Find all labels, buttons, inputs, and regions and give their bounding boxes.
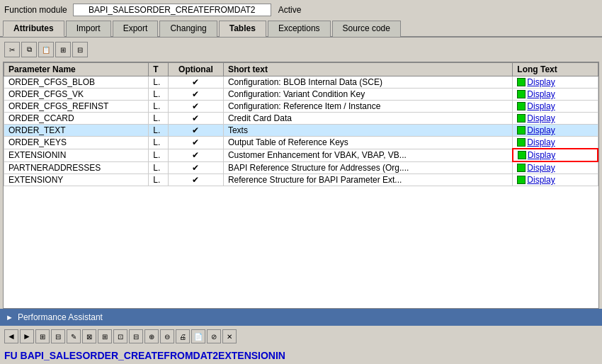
param-longtext[interactable]: Display xyxy=(513,174,598,186)
display-btn[interactable]: Display xyxy=(517,137,593,147)
checkmark: ✔ xyxy=(192,101,199,111)
tab-export[interactable]: Export xyxy=(113,21,159,37)
btn-4[interactable]: ⊟ xyxy=(51,329,65,343)
param-type: L. xyxy=(149,149,169,161)
param-name: ORDER_CFGS_REFINST xyxy=(4,101,149,113)
green-square-icon xyxy=(517,126,526,135)
param-optional: ✔ xyxy=(168,125,223,137)
param-shorttext: Configuration: Reference Item / Instance xyxy=(223,101,512,113)
toolbar-action2[interactable]: ⊟ xyxy=(72,42,88,57)
param-longtext[interactable]: Display xyxy=(513,76,598,89)
table-row: ORDER_CFGS_VKL.✔Configuration: Variant C… xyxy=(4,89,598,101)
nav-back[interactable]: ◄ xyxy=(4,329,18,343)
checkmark: ✔ xyxy=(192,137,199,147)
checkmark: ✔ xyxy=(192,77,199,87)
param-name: ORDER_CFGS_VK xyxy=(4,89,149,101)
tab-attributes[interactable]: Attributes xyxy=(3,21,64,37)
btn-6[interactable]: ⊠ xyxy=(82,329,96,343)
btn-14[interactable]: ⊘ xyxy=(207,329,221,343)
table-row: ORDER_CFGS_BLOBL.✔Configuration: BLOB In… xyxy=(4,76,598,89)
green-square-icon xyxy=(517,90,526,98)
tabs-row: Attributes Import Export Changing Tables… xyxy=(0,20,602,38)
display-btn[interactable]: Display xyxy=(517,113,593,123)
bottom-toolbar: ◄ ► ⊞ ⊟ ✎ ⊠ ⊞ ⊡ ⊟ ⊕ ⊖ 🖨 📄 ⊘ ✕ xyxy=(0,326,602,347)
tab-changing[interactable]: Changing xyxy=(159,21,217,37)
display-link[interactable]: Display xyxy=(527,101,555,111)
display-link[interactable]: Display xyxy=(527,113,555,123)
param-longtext[interactable]: Display xyxy=(513,101,598,113)
param-shorttext: Customer Enhancement for VBAK, VBAP, VB.… xyxy=(223,149,512,161)
display-btn[interactable]: Display xyxy=(517,175,593,185)
btn-8[interactable]: ⊡ xyxy=(113,329,127,343)
display-link[interactable]: Display xyxy=(527,137,555,147)
param-shorttext: Output Table of Reference Keys xyxy=(223,137,512,149)
table-row: ORDER_CFGS_REFINSTL.✔Configuration: Refe… xyxy=(4,101,598,113)
col-header-shorttext: Short text xyxy=(223,63,512,76)
col-header-optional: Optional xyxy=(168,63,223,76)
param-name: EXTENSIONY xyxy=(4,174,149,186)
btn-7[interactable]: ⊞ xyxy=(98,329,112,343)
display-btn[interactable]: Display xyxy=(517,77,593,87)
param-longtext[interactable]: Display xyxy=(513,113,598,125)
table-container: Parameter Name T Optional Short text Lon… xyxy=(3,62,599,309)
function-module-value: BAPI_SALESORDER_CREATEFROMDAT2 xyxy=(73,4,271,16)
display-btn[interactable]: Display xyxy=(518,150,593,160)
checkmark: ✔ xyxy=(192,175,199,185)
param-type: L. xyxy=(149,89,169,101)
green-square-icon xyxy=(517,138,526,147)
table-row: PARTNERADDRESSESL.✔BAPI Reference Struct… xyxy=(4,161,598,174)
btn-11[interactable]: ⊖ xyxy=(160,329,174,343)
display-btn[interactable]: Display xyxy=(517,125,593,135)
tab-source-code[interactable]: Source code xyxy=(332,21,401,37)
param-optional: ✔ xyxy=(168,89,223,101)
display-link[interactable]: Display xyxy=(527,175,555,185)
active-badge: Active xyxy=(278,5,302,15)
display-link[interactable]: Display xyxy=(527,125,555,135)
green-square-icon xyxy=(517,102,526,110)
param-longtext[interactable]: Display xyxy=(513,89,598,101)
param-longtext[interactable]: Display xyxy=(513,149,598,161)
display-link[interactable]: Display xyxy=(527,89,555,99)
param-longtext[interactable]: Display xyxy=(513,125,598,137)
display-link[interactable]: Display xyxy=(528,150,555,160)
fu-text: FU BAPI_SALESORDER_CREATEFROMDAT2EXTENSI… xyxy=(0,347,602,364)
btn-12[interactable]: 🖨 xyxy=(176,329,190,343)
btn-3[interactable]: ⊞ xyxy=(35,329,50,343)
param-type: L. xyxy=(149,174,169,186)
display-link[interactable]: Display xyxy=(527,77,555,87)
param-optional: ✔ xyxy=(168,76,223,89)
table-row: ORDER_KEYSL.✔Output Table of Reference K… xyxy=(4,137,598,149)
btn-15[interactable]: ✕ xyxy=(222,329,237,343)
btn-9[interactable]: ⊟ xyxy=(129,329,143,343)
tab-import[interactable]: Import xyxy=(66,21,111,37)
param-type: L. xyxy=(149,101,169,113)
tab-tables[interactable]: Tables xyxy=(219,21,266,37)
nav-forward[interactable]: ► xyxy=(20,329,34,343)
table-row: EXTENSIONINL.✔Customer Enhancement for V… xyxy=(4,149,598,161)
param-type: L. xyxy=(149,125,169,137)
tab-exceptions[interactable]: Exceptions xyxy=(268,21,331,37)
param-type: L. xyxy=(149,113,169,125)
param-longtext[interactable]: Display xyxy=(513,137,598,149)
toolbar-paste[interactable]: 📋 xyxy=(38,42,54,57)
col-header-param: Parameter Name xyxy=(4,63,149,76)
display-btn[interactable]: Display xyxy=(517,163,593,173)
btn-10[interactable]: ⊕ xyxy=(144,329,159,343)
param-name: PARTNERADDRESSES xyxy=(4,161,149,174)
display-btn[interactable]: Display xyxy=(517,89,593,99)
toolbar-cut[interactable]: ✂ xyxy=(4,42,20,57)
btn-5[interactable]: ✎ xyxy=(67,329,81,343)
param-optional: ✔ xyxy=(168,137,223,149)
toolbar: ✂ ⧉ 📋 ⊞ ⊟ xyxy=(0,38,602,62)
toolbar-action1[interactable]: ⊞ xyxy=(55,42,71,57)
param-type: L. xyxy=(149,76,169,89)
display-link[interactable]: Display xyxy=(527,163,555,173)
table-row: EXTENSIONYL.✔Reference Structure for BAP… xyxy=(4,174,598,186)
toolbar-copy[interactable]: ⧉ xyxy=(21,42,37,57)
display-btn[interactable]: Display xyxy=(517,101,593,111)
btn-13[interactable]: 📄 xyxy=(191,329,205,343)
param-shorttext: Reference Structure for BAPI Parameter E… xyxy=(223,174,512,186)
perf-bar-icon: ► xyxy=(6,313,13,322)
param-longtext[interactable]: Display xyxy=(513,161,598,174)
checkmark: ✔ xyxy=(192,89,199,99)
